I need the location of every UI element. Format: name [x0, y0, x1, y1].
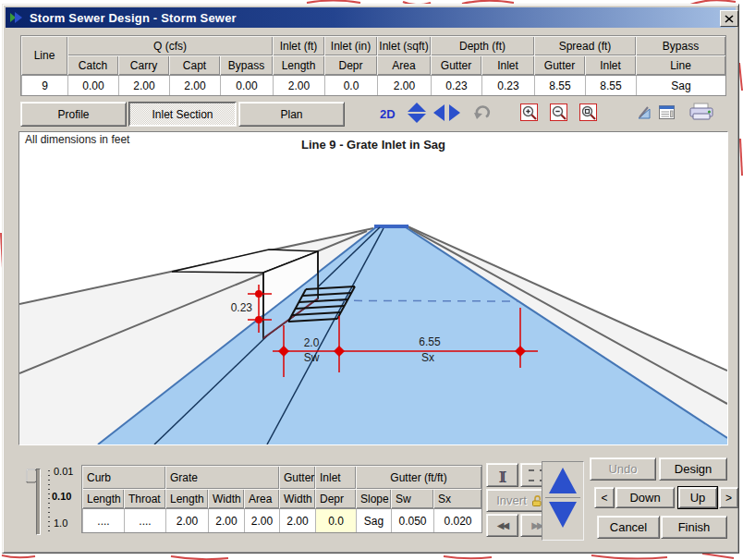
sub-header: Width [208, 489, 244, 508]
result-cell: Sag [636, 75, 725, 95]
join-icon: ][ [499, 469, 505, 482]
prev-line-button[interactable]: < [594, 487, 615, 508]
pan-right-icon[interactable] [449, 104, 460, 121]
scale-tick-10: 1.0 [54, 517, 67, 529]
close-button[interactable] [720, 10, 738, 27]
result-cell-line: 9 [21, 75, 67, 95]
raise-lower-spinner [542, 461, 584, 541]
param-cell-slope[interactable]: Sag [356, 508, 391, 532]
group-curb: Curb [82, 466, 165, 489]
sw-value-label: 2.0 [304, 336, 320, 349]
results-table: Line Q (cfs) Inlet (ft) Inlet (in) Inlet… [20, 35, 726, 96]
param-cell-grate-width[interactable]: 2.00 [208, 508, 244, 532]
sub-header: Length [273, 55, 324, 75]
param-cell-curb-throat[interactable]: .... [124, 508, 165, 532]
result-cell: 8.55 [534, 75, 585, 95]
view-mode-label: 2D [380, 107, 396, 121]
sub-header: Depr [324, 55, 377, 75]
pan-left-icon[interactable] [433, 104, 445, 121]
sx-name-label: Sx [421, 351, 434, 364]
result-cell: 2.00 [118, 75, 169, 95]
scale-tick-001: 0.01 [54, 466, 73, 477]
group-header-q: Q (cfs) [67, 36, 273, 55]
up-button[interactable]: Up [678, 487, 717, 508]
window-title: Storm Sewer Design - Storm Sewer [30, 11, 237, 25]
inlet-section-canvas[interactable]: All dimensions in feet Line 9 - Grate In… [18, 131, 728, 445]
first-section-button[interactable]: ◀◀ [486, 514, 518, 537]
finish-button[interactable]: Finish [661, 516, 727, 539]
group-gutter-ftft: Gutter (ft/ft) [356, 466, 481, 489]
group-header-inlet-ft: Inlet (ft) [273, 36, 324, 55]
print-icon[interactable] [688, 101, 715, 123]
sub-header: Gutter [431, 55, 481, 75]
sub-header: Area [244, 489, 279, 508]
result-cell: 0.23 [431, 75, 481, 95]
param-cell-gutter-width[interactable]: 2.00 [279, 508, 315, 532]
scale-slider-track[interactable] [36, 469, 41, 535]
raise-arrow-icon[interactable] [549, 468, 577, 493]
sub-header: Length [82, 489, 124, 508]
param-cell-inlet-depr[interactable]: 0.0 [315, 508, 356, 532]
pan-down-icon[interactable] [408, 114, 426, 123]
param-cell-sx[interactable]: 0.020 [433, 508, 481, 532]
param-cell-grate-length[interactable]: 2.00 [165, 508, 208, 532]
result-cell: 0.0 [324, 75, 377, 95]
result-cell: 2.00 [377, 75, 431, 95]
result-cell: 0.00 [67, 75, 118, 95]
rewind-icon: ◀◀ [497, 520, 507, 530]
zoom-out-icon[interactable] [550, 103, 568, 122]
tab-plan[interactable]: Plan [238, 102, 345, 127]
group-gutter: Gutter [279, 466, 315, 489]
depth-value-label: 0.23 [231, 301, 253, 314]
close-icon [725, 15, 734, 23]
sub-header: Slope [356, 489, 391, 508]
sub-header: Width [279, 489, 315, 508]
sub-header: Capt [169, 55, 220, 75]
group-header-spread: Spread (ft) [534, 36, 636, 55]
sub-header: Line [636, 55, 725, 75]
sub-header: Gutter [534, 55, 585, 75]
title-bar[interactable]: Storm Sewer Design - Storm Sewer [6, 7, 736, 28]
result-cell: 8.55 [585, 75, 636, 95]
undo-button[interactable]: Undo [590, 457, 656, 481]
undo-view-icon[interactable] [472, 103, 494, 121]
group-header-inlet-sqft: Inlet (sqft) [377, 36, 431, 55]
zoom-extents-icon[interactable] [579, 103, 598, 122]
sub-header: Inlet [481, 55, 534, 75]
cancel-button[interactable]: Cancel [597, 516, 660, 539]
down-button[interactable]: Down [615, 487, 675, 508]
group-inlet: Inlet [315, 466, 356, 489]
result-cell: 0.00 [220, 75, 273, 95]
inlet-parameters-table: Curb Grate Gutter Inlet Gutter (ft/ft) L… [81, 465, 482, 533]
result-cell: 2.00 [169, 75, 220, 95]
sub-header: Length [165, 489, 208, 508]
fast-forward-icon: ▶▶ [531, 520, 542, 530]
join-sections-button[interactable]: ][ [486, 463, 518, 487]
sub-header: Depr [315, 489, 356, 508]
tab-profile[interactable]: Profile [20, 102, 127, 127]
sw-name-label: Sw [304, 351, 320, 364]
param-cell-curb-length[interactable]: .... [82, 508, 124, 532]
group-header-inlet-in: Inlet (in) [324, 36, 377, 55]
tab-inlet-section[interactable]: Inlet Section [128, 102, 237, 127]
sub-header: Bypass [220, 55, 273, 75]
canvas-title: Line 9 - Grate Inlet in Sag [301, 138, 445, 152]
group-header-depth: Depth (ft) [431, 36, 534, 55]
screen: Storm Sewer Design - Storm Sewer Line Q … [0, 0, 743, 560]
canvas-units-note: All dimensions in feet [25, 133, 130, 146]
design-button[interactable]: Design [659, 457, 727, 481]
group-grate: Grate [165, 466, 279, 489]
report-icon[interactable] [658, 103, 676, 122]
pan-up-icon[interactable] [408, 103, 426, 112]
next-line-button[interactable]: > [719, 487, 738, 508]
zoom-in-icon[interactable] [520, 103, 539, 122]
group-header-bypass: Bypass [636, 36, 725, 55]
param-cell-grate-area[interactable]: 2.00 [244, 508, 279, 532]
sub-header: Area [377, 55, 431, 75]
lower-arrow-icon[interactable] [549, 502, 577, 528]
sub-header: Sx [433, 489, 481, 508]
col-header-line: Line [21, 36, 67, 75]
param-cell-sw[interactable]: 0.050 [391, 508, 433, 532]
sub-header: Throat [124, 489, 165, 508]
chart-icon[interactable] [635, 103, 653, 122]
